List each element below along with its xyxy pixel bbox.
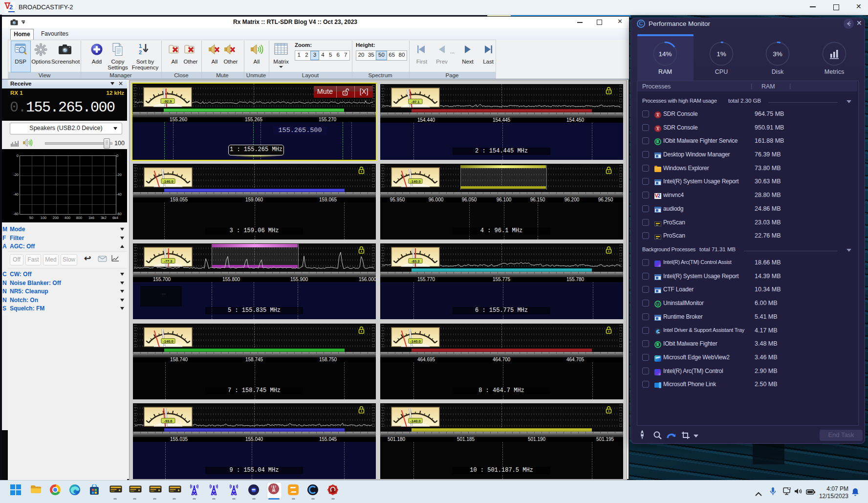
- svg-text:-140.0: -140.0: [410, 339, 420, 344]
- svg-text:-93.6: -93.6: [164, 419, 172, 423]
- svg-text:3%: 3%: [773, 50, 782, 58]
- svg-text:-140.0: -140.0: [410, 419, 420, 423]
- svg-text:2: 2: [139, 49, 142, 55]
- svg-text:1%: 1%: [716, 50, 726, 58]
- svg-text:-140.0: -140.0: [410, 179, 420, 184]
- svg-text:1: 1: [139, 43, 142, 49]
- svg-text:-97.1: -97.1: [411, 100, 419, 104]
- svg-text:-140.0: -140.0: [163, 179, 173, 184]
- svg-text:14%: 14%: [658, 50, 672, 58]
- svg-text:-140.0: -140.0: [163, 339, 173, 344]
- svg-text:-92.9: -92.9: [163, 99, 172, 104]
- svg-text:-83.3: -83.3: [411, 259, 419, 263]
- svg-text:-77.3: -77.3: [164, 259, 172, 263]
